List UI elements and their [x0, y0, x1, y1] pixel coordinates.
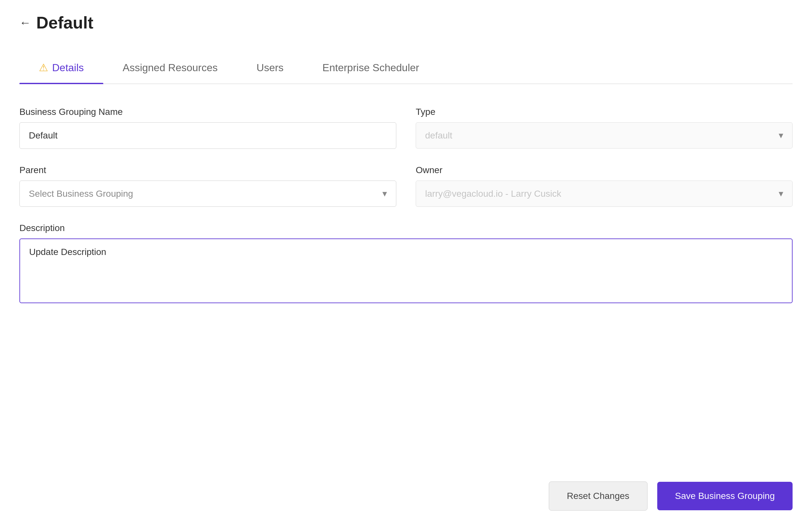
warning-icon: ⚠: [39, 61, 48, 74]
business-grouping-name-input[interactable]: [19, 122, 396, 149]
tabs-container: ⚠ Details Assigned Resources Users Enter…: [19, 52, 793, 84]
save-business-grouping-button[interactable]: Save Business Grouping: [657, 482, 793, 510]
form-group-name: Business Grouping Name: [19, 107, 396, 149]
back-navigation[interactable]: ← Default: [19, 13, 793, 32]
type-label: Type: [416, 107, 793, 117]
back-arrow-icon: ←: [19, 17, 31, 28]
tab-details[interactable]: ⚠ Details: [19, 52, 103, 84]
tab-users[interactable]: Users: [237, 52, 303, 84]
form-row-name-type: Business Grouping Name Type default ▼: [19, 107, 793, 149]
type-select-wrapper: default ▼: [416, 122, 793, 148]
description-textarea[interactable]: Update Description: [19, 238, 793, 303]
form-group-description: Description Update Description: [19, 223, 793, 303]
tab-assigned-resources-label: Assigned Resources: [123, 62, 218, 74]
business-grouping-name-label: Business Grouping Name: [19, 107, 396, 117]
owner-select[interactable]: larry@vegacloud.io - Larry Cusick: [416, 180, 793, 207]
description-label: Description: [19, 223, 793, 233]
form-row-parent-owner: Parent Select Business Grouping ▼ Owner …: [19, 165, 793, 207]
form-group-parent: Parent Select Business Grouping ▼: [19, 165, 396, 207]
tab-enterprise-scheduler[interactable]: Enterprise Scheduler: [303, 52, 439, 84]
parent-select[interactable]: Select Business Grouping: [19, 180, 396, 207]
form-group-type: Type default ▼: [416, 107, 793, 149]
page-title: Default: [36, 13, 93, 32]
parent-label: Parent: [19, 165, 396, 175]
tab-details-label: Details: [52, 62, 84, 74]
tab-enterprise-scheduler-label: Enterprise Scheduler: [322, 62, 419, 74]
form-container: Business Grouping Name Type default ▼ Pa…: [19, 107, 793, 303]
form-group-owner: Owner larry@vegacloud.io - Larry Cusick …: [416, 165, 793, 207]
tab-users-label: Users: [257, 62, 284, 74]
owner-label: Owner: [416, 165, 793, 175]
footer-actions: Reset Changes Save Business Grouping: [549, 482, 793, 511]
tab-assigned-resources[interactable]: Assigned Resources: [103, 52, 237, 84]
type-select[interactable]: default: [416, 122, 793, 148]
owner-select-wrapper: larry@vegacloud.io - Larry Cusick ▼: [416, 180, 793, 207]
reset-changes-button[interactable]: Reset Changes: [549, 482, 648, 511]
parent-select-wrapper: Select Business Grouping ▼: [19, 180, 396, 207]
